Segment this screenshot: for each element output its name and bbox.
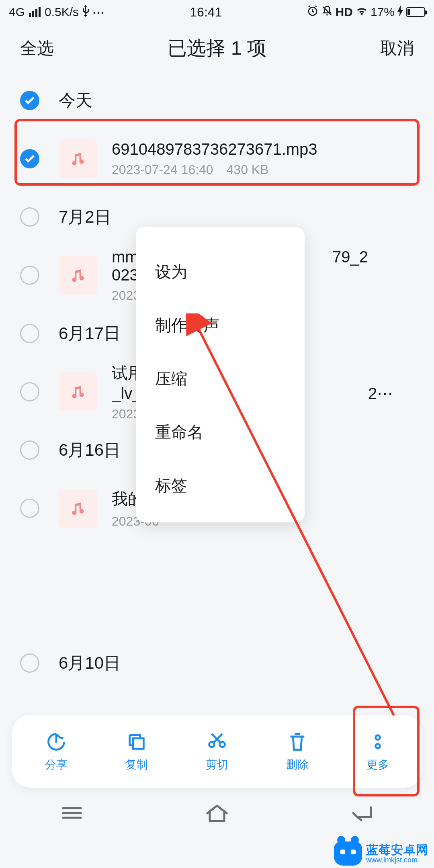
svg-point-1	[376, 744, 380, 748]
file-row[interactable]: 6910489783736273671.mp3 2023-07-24 16:40…	[0, 125, 434, 193]
data-rate-label: 0.5K/s	[45, 5, 79, 19]
usb-icon	[81, 5, 90, 20]
file-name-fragment: 2⋯	[368, 385, 393, 402]
more-vertical-icon	[366, 731, 389, 753]
group-label: 6月10日	[59, 652, 121, 674]
status-right: HD 17%	[307, 5, 425, 20]
share-label: 分享	[45, 757, 68, 772]
back-button[interactable]	[350, 804, 374, 823]
group-checkbox[interactable]	[20, 440, 39, 460]
more-dots-icon: ⋯	[92, 5, 105, 19]
file-meta: 6910489783736273671.mp3 2023-07-24 16:40…	[112, 140, 414, 177]
group-label: 6月17日	[59, 322, 121, 345]
group-checkbox[interactable]	[20, 324, 39, 343]
delete-icon	[286, 731, 309, 753]
music-file-icon	[59, 373, 97, 411]
file-checkbox[interactable]	[20, 266, 39, 285]
copy-icon	[125, 731, 148, 753]
recent-apps-button[interactable]	[60, 804, 84, 823]
cut-label: 剪切	[206, 757, 228, 772]
group-checkbox[interactable]	[20, 653, 39, 673]
menu-set-as[interactable]: 设为	[155, 250, 285, 294]
file-date: 2023-07-24 16:40	[112, 162, 213, 177]
file-name: 6910489783736273671.mp3	[112, 140, 414, 158]
alarm-icon	[307, 5, 319, 20]
charging-icon	[397, 5, 403, 19]
system-nav-bar	[0, 796, 434, 832]
copy-button[interactable]: 复制	[125, 731, 148, 772]
cut-button[interactable]: 剪切	[206, 731, 228, 772]
file-checkbox[interactable]	[20, 149, 39, 168]
wifi-icon	[355, 5, 368, 19]
status-bar: 4G 0.5K/s ⋯ 16:41 HD 17%	[0, 0, 434, 24]
watermark-url: www.lmkjst.com	[366, 856, 428, 864]
watermark: 蓝莓安卓网 www.lmkjst.com	[334, 841, 428, 866]
music-file-icon	[59, 489, 97, 528]
file-name-fragment: 79_2	[332, 248, 368, 266]
delete-label: 删除	[286, 757, 309, 772]
bottom-action-bar: 分享 复制 剪切 删除 更多	[12, 715, 422, 788]
group-header[interactable]: 6月10日	[0, 639, 434, 687]
watermark-title: 蓝莓安卓网	[366, 843, 428, 856]
delete-button[interactable]: 删除	[286, 731, 309, 772]
cancel-button[interactable]: 取消	[380, 37, 414, 59]
selection-header: 全选 已选择 1 项 取消	[0, 24, 434, 72]
svg-point-0	[376, 735, 380, 740]
group-checkbox[interactable]	[20, 207, 39, 227]
home-button[interactable]	[204, 803, 230, 824]
group-label: 今天	[59, 89, 92, 112]
menu-cloud-backup[interactable]: 备份到云服务	[155, 517, 285, 522]
file-subtitle: 2023-07-24 16:40 430 KB	[112, 162, 414, 177]
file-checkbox[interactable]	[20, 499, 39, 518]
battery-pct-label: 17%	[371, 5, 395, 19]
status-time: 16:41	[190, 5, 222, 20]
file-size: 430 KB	[227, 162, 269, 177]
group-label: 7月2日	[59, 206, 111, 228]
more-label: 更多	[366, 757, 389, 772]
copy-label: 复制	[125, 757, 148, 772]
network-type-label: 4G	[9, 5, 25, 19]
music-file-icon	[59, 139, 97, 178]
group-header[interactable]: 今天	[0, 76, 434, 125]
battery-icon	[406, 7, 425, 17]
group-checkbox[interactable]	[20, 91, 39, 110]
music-file-icon	[59, 256, 97, 295]
cut-icon	[206, 731, 228, 753]
share-icon	[45, 731, 68, 753]
selection-count-title: 已选择 1 项	[168, 35, 266, 61]
group-label: 6月16日	[59, 439, 121, 461]
watermark-logo-icon	[334, 841, 362, 866]
mute-icon	[321, 5, 333, 20]
menu-tags[interactable]: 标签	[155, 463, 285, 508]
menu-compress[interactable]: 压缩	[155, 356, 285, 401]
more-button[interactable]: 更多	[366, 731, 389, 772]
menu-make-ringtone[interactable]: 制作铃声	[155, 303, 285, 348]
context-menu-popup: 设为 制作铃声 压缩 重命名 标签 备份到云服务 打开方式	[136, 227, 305, 522]
hd-label: HD	[336, 5, 353, 19]
signal-icon	[29, 7, 41, 17]
status-left: 4G 0.5K/s ⋯	[9, 5, 105, 20]
select-all-button[interactable]: 全选	[20, 37, 54, 59]
file-checkbox[interactable]	[20, 382, 39, 401]
share-button[interactable]: 分享	[45, 731, 68, 772]
menu-rename[interactable]: 重命名	[155, 410, 285, 454]
